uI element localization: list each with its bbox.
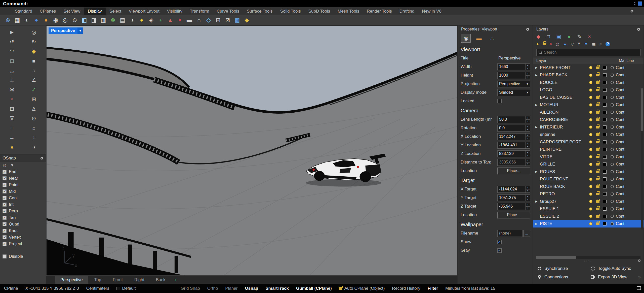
solid-tool-icon[interactable]: ■ bbox=[23, 56, 45, 66]
join-tool-icon[interactable]: ⋈ bbox=[1, 85, 23, 94]
osnap-toggle-int[interactable]: Int bbox=[0, 201, 46, 208]
visibility-bulb-icon[interactable] bbox=[589, 200, 592, 203]
home-tool-icon[interactable]: ⌂ bbox=[23, 123, 45, 133]
diamond-icon[interactable]: ◇ bbox=[204, 16, 213, 24]
menu-item-render-tools[interactable]: Render Tools bbox=[363, 8, 396, 15]
viewport-tab-right[interactable]: Right bbox=[129, 276, 150, 284]
more-panels-icon[interactable]: » bbox=[638, 275, 640, 280]
status-grid-snap[interactable]: Grid Snap bbox=[181, 286, 200, 291]
globe-icon[interactable]: ⊕ bbox=[4, 16, 12, 24]
layer-linetype[interactable]: Cont bbox=[616, 125, 629, 129]
layer-color-swatch[interactable] bbox=[603, 177, 607, 181]
material-icon[interactable] bbox=[611, 215, 614, 218]
menu-item-display[interactable]: Display bbox=[84, 8, 106, 15]
home-icon[interactable]: ⌂ bbox=[195, 16, 203, 24]
status-cplane[interactable]: CPlane bbox=[4, 286, 18, 291]
layer-color-swatch[interactable] bbox=[603, 140, 607, 144]
status-auto-cplane-object-[interactable]: Auto CPlane (Object) bbox=[339, 286, 385, 291]
expand-icon[interactable]: ▶ bbox=[535, 74, 540, 77]
layer-linetype[interactable]: Cont bbox=[616, 155, 629, 159]
spin-down-icon[interactable]: ▾ bbox=[526, 137, 530, 140]
lock-icon[interactable] bbox=[596, 185, 599, 188]
input-rotation[interactable]: 0.0▴▾ bbox=[497, 125, 530, 132]
lock-icon[interactable] bbox=[596, 193, 599, 195]
status-osnap[interactable]: Osnap bbox=[245, 286, 258, 291]
filter-icon[interactable]: ▼ bbox=[584, 42, 588, 46]
viewport-tab-back[interactable]: Back bbox=[150, 276, 171, 284]
layer-row-roues[interactable]: ▶ROUESCont bbox=[533, 168, 643, 176]
checkbox-icon[interactable] bbox=[3, 189, 7, 193]
surface-right-icon[interactable]: ◨ bbox=[90, 16, 98, 24]
snap-filter-icon[interactable]: ▼ bbox=[10, 163, 14, 168]
viewport-tab-front[interactable]: Front bbox=[107, 276, 128, 284]
spin-down-icon[interactable]: ▾ bbox=[526, 120, 530, 123]
layer-linetype[interactable]: Cont bbox=[616, 214, 629, 219]
osnap-toggle-end[interactable]: End bbox=[0, 169, 46, 175]
checkbox-icon[interactable] bbox=[3, 235, 7, 239]
redo-tool-icon[interactable]: ↻ bbox=[23, 37, 45, 47]
layer-row-roue-front[interactable]: ROUE FRONTCont bbox=[533, 176, 643, 183]
grid-icon[interactable]: ▦ bbox=[13, 16, 22, 24]
layer-color-swatch[interactable] bbox=[603, 222, 607, 225]
dot-circle-tool-icon[interactable]: ⊙ bbox=[23, 114, 45, 123]
checkbox-icon[interactable] bbox=[3, 216, 7, 220]
move-h-tool-icon[interactable]: ↔ bbox=[1, 133, 23, 142]
new-viewport-tab-icon[interactable]: + bbox=[171, 276, 180, 284]
place--button[interactable]: Place... bbox=[497, 168, 530, 174]
clipping-icon[interactable]: ⊖ bbox=[70, 16, 79, 24]
osnap-toggle-tan[interactable]: Tan bbox=[0, 214, 46, 221]
check-tool-icon[interactable]: ✓ bbox=[23, 85, 45, 94]
layer-linetype[interactable]: Cont bbox=[616, 88, 629, 92]
osnap-toggle-near[interactable]: Near bbox=[0, 175, 46, 182]
status-smarttrack[interactable]: SmartTrack bbox=[265, 286, 289, 291]
synchronize-button[interactable]: Synchronize bbox=[535, 264, 588, 273]
layer-row-roue-back[interactable]: ROUE BACKCont bbox=[533, 183, 643, 190]
viewport-properties-tab-icon[interactable]: ◉ bbox=[461, 34, 471, 43]
checkbox-icon[interactable] bbox=[3, 242, 7, 246]
spin-up-icon[interactable]: ▴ bbox=[526, 186, 530, 189]
pyramid-icon[interactable]: ▲ bbox=[166, 16, 175, 24]
yellow-ball-icon[interactable]: ● bbox=[137, 16, 146, 24]
input-z-target[interactable]: -35.946▴▾ bbox=[497, 203, 530, 210]
visibility-bulb-icon[interactable] bbox=[589, 103, 592, 107]
layer-linetype[interactable]: Cont bbox=[616, 117, 629, 122]
shaded-sphere-icon[interactable]: ◐ bbox=[23, 16, 31, 24]
spin-up-icon[interactable]: ▴ bbox=[526, 125, 530, 128]
spinner-stepper[interactable]: ▴▾ bbox=[526, 64, 530, 70]
material-icon[interactable] bbox=[611, 140, 614, 144]
lock-icon[interactable] bbox=[596, 81, 599, 84]
layer-row-boucle[interactable]: BOUCLECont bbox=[533, 79, 643, 86]
layer-row-retro[interactable]: RETROCont bbox=[533, 190, 643, 198]
new-material-icon[interactable]: ● bbox=[568, 34, 571, 40]
layer-color-swatch[interactable] bbox=[603, 215, 607, 218]
osnap-toggle-point[interactable]: Point bbox=[0, 182, 46, 188]
layers-horizontal-scrollbar[interactable] bbox=[536, 256, 640, 259]
lock-icon[interactable] bbox=[596, 74, 599, 76]
spin-up-icon[interactable]: ▴ bbox=[526, 159, 530, 162]
spin-down-icon[interactable]: ▾ bbox=[526, 189, 530, 192]
export-3d-view-button[interactable]: Export 3D View bbox=[588, 273, 642, 281]
delete-icon[interactable]: × bbox=[550, 42, 552, 46]
material-icon[interactable] bbox=[611, 81, 614, 84]
gold-diamond-icon[interactable]: ◆ bbox=[243, 16, 251, 24]
layer-row-grille[interactable]: GRILLECont bbox=[533, 161, 643, 168]
wave-tool-icon[interactable]: ≈ bbox=[23, 66, 45, 75]
layer-row-group27[interactable]: ▶Group27Cont bbox=[533, 198, 643, 205]
layer-row-entenne[interactable]: entenneCont bbox=[533, 131, 643, 139]
menu-item-standard[interactable]: Standard bbox=[11, 8, 36, 15]
layer-color-swatch[interactable] bbox=[603, 66, 607, 70]
checkbox-icon[interactable] bbox=[3, 222, 7, 226]
perp-tool-icon[interactable]: ⊥ bbox=[1, 75, 23, 85]
move-down-icon[interactable]: ▽ bbox=[571, 42, 574, 46]
layer-row-phare-back[interactable]: ▶PHARE BACKCont bbox=[533, 72, 643, 79]
layer-row-carroserie[interactable]: CARROSERIECont bbox=[533, 116, 643, 124]
blue-grid-icon[interactable]: ▩ bbox=[233, 16, 242, 24]
toggle-visibility-icon[interactable]: ● bbox=[536, 42, 539, 46]
filename-input[interactable]: (none) bbox=[497, 230, 523, 237]
delete-tool-icon[interactable]: × bbox=[1, 94, 23, 104]
dropdown-projection[interactable]: Perspective▾ bbox=[497, 81, 530, 87]
list-menu-icon[interactable]: ≡ bbox=[599, 42, 602, 46]
grid-plus-icon[interactable]: ⊞ bbox=[214, 16, 222, 24]
visibility-bulb-icon[interactable] bbox=[589, 74, 592, 77]
angle-tool-icon[interactable]: ∠ bbox=[23, 75, 45, 85]
